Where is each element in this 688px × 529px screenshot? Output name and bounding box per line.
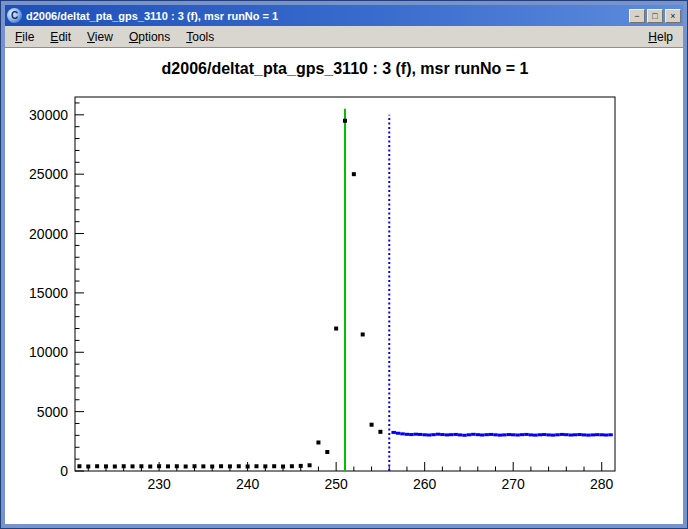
- x-tick-label: 280: [590, 476, 614, 492]
- packed-data-marker: [533, 434, 538, 437]
- histogram-data-marker: [290, 464, 294, 468]
- x-tick-label: 230: [147, 476, 171, 492]
- packed-data-marker: [431, 433, 436, 436]
- histogram-data-marker: [122, 464, 126, 468]
- packed-data-marker: [493, 433, 498, 436]
- histogram-data-marker: [131, 464, 135, 468]
- plot-title: d2006/deltat_pta_gps_3110 : 3 (f), msr r…: [162, 60, 529, 77]
- packed-data-marker: [471, 433, 476, 436]
- y-tick-label: 25000: [29, 166, 68, 182]
- packed-data-marker: [568, 434, 573, 437]
- packed-data-marker: [489, 433, 494, 436]
- y-tick-label: 15000: [29, 285, 68, 301]
- packed-data-marker: [555, 433, 560, 436]
- y-tick-label: 5000: [37, 404, 68, 420]
- packed-data-marker: [484, 433, 489, 436]
- packed-data-marker: [405, 433, 410, 436]
- menu-item-help[interactable]: Help: [640, 28, 681, 46]
- histogram-data-marker: [184, 464, 188, 468]
- histogram-data-marker: [352, 172, 356, 176]
- histogram-data-marker: [228, 464, 232, 468]
- menu-item-tools[interactable]: Tools: [178, 28, 222, 46]
- histogram-data-marker: [316, 441, 320, 445]
- histogram-data-marker: [139, 464, 143, 468]
- histogram-data-marker: [219, 464, 223, 468]
- window-controls: − □ ×: [629, 9, 681, 23]
- packed-data-marker: [445, 433, 450, 436]
- packed-data-marker: [400, 432, 405, 435]
- packed-data-marker: [591, 433, 596, 436]
- histogram-data-marker: [95, 464, 99, 468]
- histogram-data-marker: [193, 464, 197, 468]
- minimize-button[interactable]: −: [629, 9, 645, 23]
- packed-data-marker: [551, 434, 556, 437]
- histogram-data-marker: [334, 327, 338, 331]
- packed-data-marker: [582, 433, 587, 436]
- histogram-data-marker: [86, 464, 90, 468]
- x-tick-label: 270: [502, 476, 526, 492]
- y-tick-label: 10000: [29, 344, 68, 360]
- packed-data-marker: [480, 434, 485, 437]
- histogram-data-marker: [210, 464, 214, 468]
- window-title: d2006/deltat_pta_gps_3110 : 3 (f), msr r…: [26, 10, 625, 22]
- packed-data-marker: [524, 433, 529, 436]
- canvas-area[interactable]: d2006/deltat_pta_gps_3110 : 3 (f), msr r…: [5, 48, 683, 524]
- histogram-data-marker: [113, 464, 117, 468]
- menu-item-view[interactable]: View: [79, 28, 121, 46]
- titlebar[interactable]: C d2006/deltat_pta_gps_3110 : 3 (f), msr…: [5, 5, 683, 26]
- packed-data-marker: [453, 433, 458, 436]
- histogram-data-marker: [246, 464, 250, 468]
- menubar: FileEditViewOptionsTools Help: [5, 26, 683, 48]
- root-canvas-window: C d2006/deltat_pta_gps_3110 : 3 (f), msr…: [0, 0, 688, 529]
- packed-data-marker: [586, 434, 591, 437]
- menu-item-options[interactable]: Options: [121, 28, 178, 46]
- x-tick-label: 260: [413, 476, 437, 492]
- menu-item-file[interactable]: File: [7, 28, 42, 46]
- histogram-data-marker: [157, 464, 161, 468]
- histogram-data-marker: [237, 464, 241, 468]
- packed-data-marker: [422, 433, 427, 436]
- histogram-data-marker: [325, 450, 329, 454]
- packed-data-marker: [458, 433, 463, 436]
- histogram-data-marker: [201, 464, 205, 468]
- histogram-data-marker: [166, 464, 170, 468]
- packed-data-marker: [467, 433, 472, 436]
- x-tick-label: 250: [324, 476, 348, 492]
- packed-data-marker: [507, 433, 512, 436]
- histogram-data-marker: [175, 464, 179, 468]
- histogram-data-marker: [281, 464, 285, 468]
- histogram-data-marker: [77, 464, 81, 468]
- menu-left: FileEditViewOptionsTools: [7, 28, 222, 46]
- histogram-data-marker: [263, 464, 267, 468]
- histogram-data-marker: [361, 332, 365, 336]
- maximize-button[interactable]: □: [647, 9, 663, 23]
- packed-data-marker: [462, 434, 467, 437]
- packed-data-marker: [476, 433, 481, 436]
- y-tick-label: 20000: [29, 226, 68, 242]
- histogram-data-marker: [148, 464, 152, 468]
- close-button[interactable]: ×: [665, 9, 681, 23]
- histogram-data-marker: [104, 464, 108, 468]
- packed-data-marker: [595, 433, 600, 436]
- packed-data-marker: [391, 431, 396, 434]
- packed-data-marker: [436, 433, 441, 436]
- packed-data-marker: [573, 433, 578, 436]
- y-tick-label: 0: [60, 463, 68, 479]
- y-tick-label: 30000: [29, 107, 68, 123]
- packed-data-marker: [396, 432, 401, 435]
- packed-data-marker: [577, 433, 582, 436]
- histogram-data-marker: [254, 464, 258, 468]
- packed-data-marker: [418, 433, 423, 436]
- packed-data-marker: [604, 434, 609, 437]
- packed-data-marker: [608, 433, 613, 436]
- histogram-data-marker: [308, 463, 312, 467]
- packed-data-marker: [440, 433, 445, 436]
- packed-data-marker: [599, 433, 604, 436]
- x-tick-label: 240: [236, 476, 260, 492]
- packed-data-marker: [502, 433, 507, 436]
- menu-item-edit[interactable]: Edit: [42, 28, 79, 46]
- packed-data-marker: [498, 434, 503, 437]
- packed-data-marker: [449, 433, 454, 436]
- histogram-data-marker: [299, 464, 303, 468]
- packed-data-marker: [546, 433, 551, 436]
